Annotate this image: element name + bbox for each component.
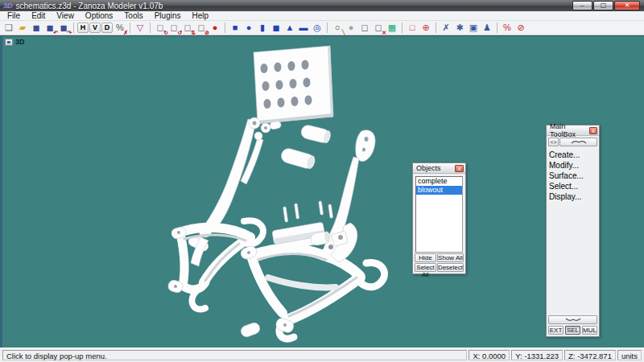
delete-cube-icon[interactable]: ◻✕ [372,22,385,34]
detach-tool-icon[interactable]: ▣ [467,22,480,34]
toolbar-separator [150,23,151,33]
random-percent-icon[interactable]: %✗ [114,22,126,34]
toolbox-item-select[interactable]: Select... [549,181,599,191]
menu-options[interactable]: Options [80,11,118,21]
status-y: Y: -1331.223 [511,350,563,360]
chevron-up-icon [570,139,588,145]
toolbox-items: Create...Modify...Surface...Select...Dis… [547,147,599,202]
toolbar-separator [225,23,225,33]
zoom-tool-icon[interactable]: ○╲ [331,22,344,34]
viewport-name: 3D [15,38,25,46]
menu-help[interactable]: Help [187,11,215,21]
status-z: Z: -3472.871 [564,350,616,360]
objects-panel: Objects x completeblowout Hide AllShow A… [412,162,466,274]
toolbar-separator [436,23,436,33]
menu-plugins[interactable]: Plugins [149,11,187,21]
disable-tool-icon[interactable]: ⊘ [514,22,527,34]
main-toolbox-panel: Main ToolBox x <> Create...Modify...Surf… [546,125,600,337]
select-rectangle-icon[interactable]: □ [406,22,419,34]
menu-bar: FileEditViewOptionsToolsPluginsHelp [0,11,644,21]
toolbar-separator [73,23,74,33]
save-icon[interactable]: ◼ [30,22,43,34]
cut-tool-icon[interactable]: ✗ [440,22,452,34]
model-wishbone-right [252,249,385,339]
mode-ext-button[interactable]: EXT [548,326,564,335]
primitive-cylinder-icon[interactable]: ▮ [256,22,269,34]
object-item-blowout[interactable]: blowout [416,186,462,195]
hide-all-button[interactable]: Hide All [415,253,436,262]
toolbox-item-create[interactable]: Create... [549,150,599,160]
viewport-label: 3D [5,38,25,46]
select-circle-icon[interactable]: ⊕ [419,22,432,34]
mirror-tool-icon[interactable]: % [501,22,514,34]
status-bar: Click to display pop-up menu. X: 0.0000 … [0,348,644,362]
toolbar-separator [402,23,402,33]
primitive-cube-icon[interactable]: ◼ [270,22,283,34]
model-cylinders [279,124,332,171]
deselect-button[interactable]: Deselect [437,263,464,272]
viewport-restore-icon[interactable] [5,39,13,46]
view-divide-icon[interactable]: D [101,23,113,33]
object-item-complete[interactable]: complete [416,177,462,186]
viewport-3d[interactable]: 3D Objects x completeblowout Hide AllSho… [0,35,644,348]
view-horizontal-icon[interactable]: H [77,23,89,33]
toolbox-expand-button[interactable] [548,315,597,324]
mode-mul-button[interactable]: MUL [582,326,597,335]
objects-buttons: Hide AllShow AllSelect AllDeselect [415,253,464,272]
toolbar-separator [327,23,328,33]
menu-edit[interactable]: Edit [26,11,51,21]
toolbar-separator [130,23,130,33]
save-import-icon[interactable]: ◼↶ [43,22,56,34]
rotate-object-x-icon[interactable]: ◻↻ [154,22,167,34]
toolbar-separator [497,23,497,33]
primitive-torus-icon[interactable]: ◎ [311,22,324,34]
rotate-object-y-icon[interactable]: ◻↺ [167,22,180,34]
rotate-object-z-icon[interactable]: ◻⇅ [181,22,194,34]
window-title: schematics.z3d - Zanoza Modeler v1.07b [16,2,163,10]
toolbox-titlebar[interactable]: Main ToolBox x [547,125,599,136]
toolbox-item-modify[interactable]: Modify... [549,160,599,171]
lasso-select-icon[interactable]: ▽ [134,22,147,34]
primitive-box-icon[interactable]: ■ [229,22,242,34]
primitive-cone-icon[interactable]: ▲ [283,22,296,34]
render-sphere-icon[interactable]: ● [208,22,221,34]
save-export-icon[interactable]: ◼↷ [57,22,70,34]
minimize-button[interactable]: – [572,1,592,10]
merge-tool-icon[interactable]: ✱ [453,22,466,34]
open-folder-icon[interactable]: ▰ [16,22,29,34]
sphere-view-icon[interactable]: ● [345,22,357,34]
toolbox-item-surface[interactable]: Surface... [549,171,599,181]
close-icon[interactable]: x [589,127,597,134]
toolbox-modes: EXTSELMUL [548,326,597,335]
rotate-object-disabled-icon[interactable]: ◻⊘ [195,22,208,34]
app-logo-icon: 3D [3,0,13,11]
show-all-button[interactable]: Show All [437,253,464,262]
chevron-down-icon [564,317,582,323]
maximize-button[interactable]: ▢ [593,1,613,10]
objects-list[interactable]: completeblowout [415,176,463,253]
status-x: X: 0.0000 [469,350,510,360]
status-message: Click to display pop-up menu. [2,350,467,360]
primitive-sphere-icon[interactable]: ● [242,22,255,34]
menu-view[interactable]: View [51,11,80,21]
objects-panel-titlebar[interactable]: Objects x [413,163,465,174]
bones-tool-icon[interactable]: ♟ [481,22,493,34]
mode-sel-button[interactable]: SEL [565,326,580,335]
window-titlebar[interactable]: 3D schematics.z3d - Zanoza Modeler v1.07… [0,0,644,11]
primitive-disc-icon[interactable]: ▬ [297,22,310,34]
model-plate [254,46,333,124]
close-button[interactable]: ✕ [614,1,640,10]
view-vertical-icon[interactable]: V [89,23,101,33]
menu-tools[interactable]: Tools [118,11,148,21]
toolbox-item-display[interactable]: Display... [549,191,599,202]
toolbox-swap-button[interactable]: <> [548,138,559,146]
new-file-icon[interactable]: ❏ [2,22,15,34]
textured-view-icon[interactable]: ▦ [386,22,398,34]
status-units: units [617,350,642,360]
close-icon[interactable]: x [455,165,464,172]
wireframe-cube-icon[interactable]: ◻ [358,22,371,34]
toolbox-collapse-button[interactable] [559,138,597,146]
select-all-button[interactable]: Select All [415,263,436,272]
toolbox-title: Main ToolBox [550,122,589,138]
menu-file[interactable]: File [2,11,26,21]
